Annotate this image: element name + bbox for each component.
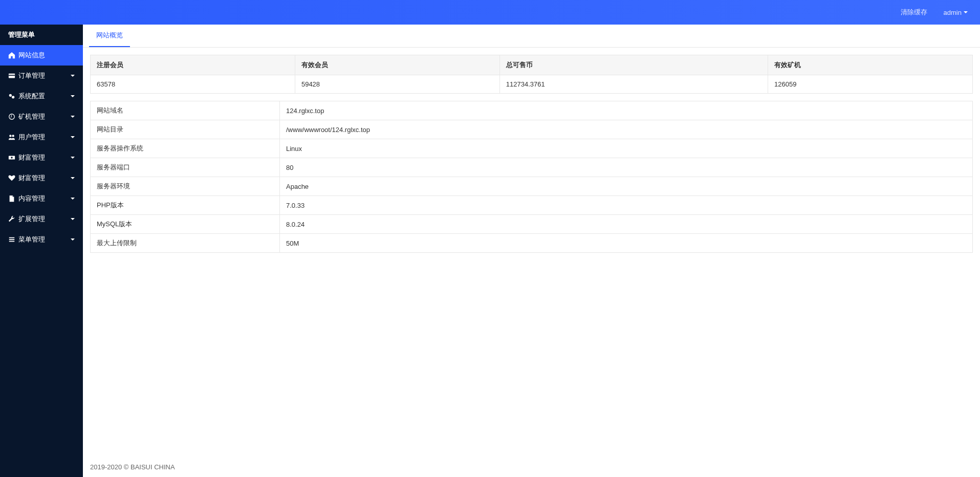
stats-header-3: 有效矿机 bbox=[768, 55, 973, 75]
card-icon bbox=[8, 72, 15, 79]
sidebar: 管理菜单 网站信息订单管理系统配置矿机管理用户管理财富管理财富管理内容管理扩展管… bbox=[0, 25, 83, 477]
info-label: PHP版本 bbox=[91, 196, 280, 215]
info-row: 最大上传限制50M bbox=[91, 234, 973, 253]
svg-rect-1 bbox=[9, 75, 15, 76]
info-label: 服务器操作系统 bbox=[91, 139, 280, 158]
stats-header-0: 注册会员 bbox=[91, 55, 295, 75]
info-value: 7.0.33 bbox=[280, 196, 973, 215]
sidebar-item-label: 订单管理 bbox=[18, 71, 45, 80]
sidebar-item-9[interactable]: 菜单管理 bbox=[0, 229, 83, 250]
user-label: admin bbox=[944, 9, 962, 16]
sidebar-item-label: 网站信息 bbox=[18, 51, 45, 60]
heartbeat-icon bbox=[8, 175, 15, 182]
info-value: 80 bbox=[280, 158, 973, 177]
svg-point-2 bbox=[9, 94, 12, 97]
stats-value-1: 59428 bbox=[295, 75, 499, 94]
info-label: 服务器环境 bbox=[91, 177, 280, 196]
clear-cache-link[interactable]: 清除缓存 bbox=[901, 8, 927, 17]
stats-value-3: 126059 bbox=[768, 75, 973, 94]
tabs: 网站概览 bbox=[83, 25, 980, 48]
stats-value-2: 112734.3761 bbox=[499, 75, 768, 94]
svg-rect-11 bbox=[9, 241, 15, 242]
sidebar-item-label: 菜单管理 bbox=[18, 235, 45, 244]
info-row: 服务器操作系统Linux bbox=[91, 139, 973, 158]
info-value: /www/wwwroot/124.rglxc.top bbox=[280, 120, 973, 139]
stats-value-0: 63578 bbox=[91, 75, 295, 94]
stats-header-2: 总可售币 bbox=[499, 55, 768, 75]
svg-point-3 bbox=[12, 96, 14, 98]
svg-point-5 bbox=[9, 135, 11, 137]
home-icon bbox=[8, 52, 15, 59]
info-row: 网站目录/www/wwwroot/124.rglxc.top bbox=[91, 120, 973, 139]
info-row: 服务器端口80 bbox=[91, 158, 973, 177]
info-value: Linux bbox=[280, 139, 973, 158]
file-icon bbox=[8, 195, 15, 202]
chevron-down-icon bbox=[71, 75, 75, 77]
gears-icon bbox=[8, 93, 15, 100]
sidebar-item-label: 用户管理 bbox=[18, 133, 45, 142]
sidebar-item-2[interactable]: 系统配置 bbox=[0, 86, 83, 106]
money-icon bbox=[8, 154, 15, 161]
info-row: MySQL版本8.0.24 bbox=[91, 215, 973, 234]
bars-icon bbox=[8, 236, 15, 243]
sidebar-title: 管理菜单 bbox=[0, 25, 83, 45]
info-value: 50M bbox=[280, 234, 973, 253]
svg-point-8 bbox=[11, 157, 13, 159]
info-label: 网站域名 bbox=[91, 101, 280, 120]
sidebar-item-label: 内容管理 bbox=[18, 194, 45, 203]
sidebar-item-4[interactable]: 用户管理 bbox=[0, 127, 83, 147]
info-value: 8.0.24 bbox=[280, 215, 973, 234]
info-row: PHP版本7.0.33 bbox=[91, 196, 973, 215]
info-label: MySQL版本 bbox=[91, 215, 280, 234]
sidebar-item-label: 财富管理 bbox=[18, 174, 45, 183]
svg-rect-9 bbox=[9, 237, 15, 238]
chevron-down-icon bbox=[71, 95, 75, 97]
sidebar-item-label: 扩展管理 bbox=[18, 214, 45, 224]
info-row: 服务器环境Apache bbox=[91, 177, 973, 196]
sidebar-item-8[interactable]: 扩展管理 bbox=[0, 209, 83, 229]
header: 清除缓存 admin bbox=[0, 0, 980, 25]
sidebar-item-0[interactable]: 网站信息 bbox=[0, 45, 83, 66]
sidebar-item-3[interactable]: 矿机管理 bbox=[0, 106, 83, 127]
sidebar-item-label: 矿机管理 bbox=[18, 112, 45, 121]
chevron-down-icon bbox=[71, 198, 75, 200]
info-table: 网站域名124.rglxc.top网站目录/www/wwwroot/124.rg… bbox=[90, 101, 973, 253]
chevron-down-icon bbox=[71, 238, 75, 241]
svg-point-6 bbox=[12, 135, 14, 137]
main-content: 网站概览 注册会员有效会员总可售币有效矿机 6357859428112734.3… bbox=[83, 25, 980, 477]
footer: 2019-2020 © BAISUI CHINA bbox=[83, 457, 980, 477]
chevron-down-icon bbox=[964, 11, 968, 13]
sidebar-item-1[interactable]: 订单管理 bbox=[0, 66, 83, 86]
sidebar-item-label: 财富管理 bbox=[18, 153, 45, 162]
info-value: 124.rglxc.top bbox=[280, 101, 973, 120]
sidebar-item-6[interactable]: 财富管理 bbox=[0, 168, 83, 188]
user-menu[interactable]: admin bbox=[944, 9, 968, 16]
stats-header-1: 有效会员 bbox=[295, 55, 499, 75]
chevron-down-icon bbox=[71, 177, 75, 179]
sidebar-item-7[interactable]: 内容管理 bbox=[0, 188, 83, 209]
wrench-icon bbox=[8, 215, 15, 223]
users-icon bbox=[8, 134, 15, 141]
stats-table: 注册会员有效会员总可售币有效矿机 6357859428112734.376112… bbox=[90, 55, 973, 94]
sidebar-item-5[interactable]: 财富管理 bbox=[0, 147, 83, 168]
info-row: 网站域名124.rglxc.top bbox=[91, 101, 973, 120]
chevron-down-icon bbox=[71, 136, 75, 138]
chevron-down-icon bbox=[71, 116, 75, 118]
info-label: 最大上传限制 bbox=[91, 234, 280, 253]
rebel-icon bbox=[8, 113, 15, 120]
tab-overview[interactable]: 网站概览 bbox=[89, 25, 130, 47]
info-label: 网站目录 bbox=[91, 120, 280, 139]
svg-rect-10 bbox=[9, 239, 15, 240]
info-value: Apache bbox=[280, 177, 973, 196]
info-label: 服务器端口 bbox=[91, 158, 280, 177]
sidebar-item-label: 系统配置 bbox=[18, 92, 45, 101]
chevron-down-icon bbox=[71, 157, 75, 159]
chevron-down-icon bbox=[71, 218, 75, 220]
